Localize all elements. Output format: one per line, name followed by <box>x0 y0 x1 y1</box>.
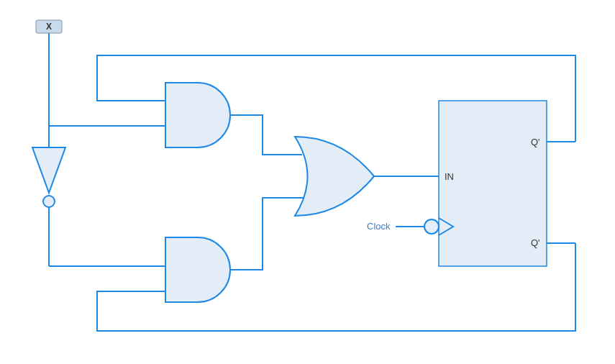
clock-label: Clock <box>367 221 391 232</box>
svg-point-1 <box>43 196 55 207</box>
and-gate-top <box>165 83 230 147</box>
flipflop-in-label: IN <box>445 171 454 182</box>
wire-and1-to-or <box>230 115 302 155</box>
flipflop-qbar-label: Q' <box>531 237 540 248</box>
not-gate <box>32 147 65 207</box>
flipflop-q-label: Q' <box>531 137 540 147</box>
wire-and2-to-or <box>230 198 304 270</box>
input-x[interactable]: X <box>36 20 62 33</box>
or-gate <box>295 137 374 216</box>
and-gate-bottom <box>165 237 230 302</box>
input-x-label: X <box>46 22 52 32</box>
clock-bubble <box>424 219 439 234</box>
